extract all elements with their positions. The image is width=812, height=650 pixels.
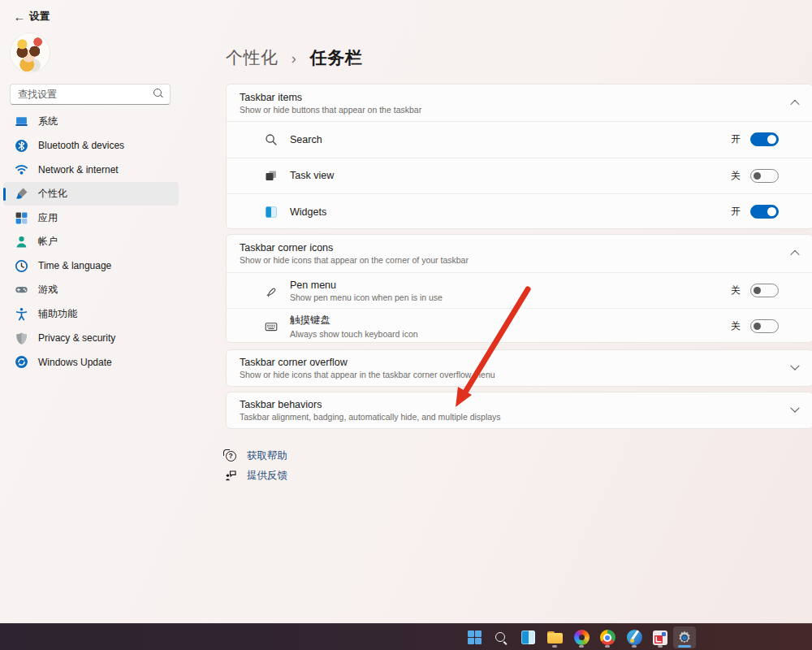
sidebar-item-label: 辅助功能 xyxy=(38,307,77,321)
sidebar-item-label: Network & internet xyxy=(38,164,119,176)
sidebar-item-bluetooth-devices[interactable]: Bluetooth & devices xyxy=(3,134,179,158)
taskbar-items-header[interactable]: Taskbar items Show or hide buttons that … xyxy=(227,84,812,121)
help-links: 获取帮助 提供反馈 xyxy=(224,446,287,485)
apps-icon xyxy=(15,211,28,225)
feedback-icon xyxy=(224,469,237,482)
search-toggle[interactable] xyxy=(750,132,779,146)
sidebar-item-time-language[interactable]: Time & language xyxy=(3,254,179,279)
setting-label: 触摸键盘 xyxy=(290,314,731,327)
sidebar-item-accessibility[interactable]: 辅助功能 xyxy=(3,302,179,327)
settings-search-box[interactable] xyxy=(10,84,171,105)
paint-app-icon xyxy=(627,630,642,645)
sidebar-item-system[interactable]: 系统 xyxy=(3,110,179,134)
toggle-state-label: 关 xyxy=(731,319,741,333)
settings-search-input[interactable] xyxy=(11,89,151,100)
pen-icon xyxy=(264,284,279,298)
bluetooth-icon xyxy=(15,139,28,153)
start-icon xyxy=(468,630,482,644)
user-avatar xyxy=(11,33,50,72)
search-icon xyxy=(264,132,279,147)
windows-taskbar xyxy=(0,623,812,650)
toggle-state-label: 开 xyxy=(731,205,741,219)
give-feedback-link[interactable]: 提供反馈 xyxy=(224,466,287,485)
sidebar-item-personalization[interactable]: 个性化 xyxy=(3,182,179,206)
setting-label: Task view xyxy=(290,170,731,181)
widgets-icon xyxy=(264,205,279,219)
sidebar-item-label: Bluetooth & devices xyxy=(38,140,124,151)
system-icon xyxy=(15,115,28,128)
sidebar-item-windows-update[interactable]: Windows Update xyxy=(3,350,179,375)
sidebar-item-label: 应用 xyxy=(38,211,58,225)
chevron-up-icon[interactable] xyxy=(790,99,799,108)
red-tile-app-button[interactable] xyxy=(649,626,672,648)
section-subtitle: Show or hide icons that appear in the ta… xyxy=(240,370,792,379)
setting-row-widgets: Widgets 开 xyxy=(227,193,812,229)
active-indicator xyxy=(678,645,691,648)
taskbar-behaviors-header[interactable]: Taskbar behaviors Taskbar alignment, bad… xyxy=(227,392,812,428)
sidebar-item-apps[interactable]: 应用 xyxy=(3,206,179,230)
touch-keyboard-toggle[interactable] xyxy=(750,319,779,333)
pen-menu-toggle[interactable] xyxy=(750,284,779,297)
setting-sublabel: Always show touch keyboard icon xyxy=(290,329,731,339)
widgets-button[interactable] xyxy=(516,626,539,648)
accounts-icon xyxy=(15,235,28,249)
paint-app-button[interactable] xyxy=(623,626,646,648)
settings-sidebar: 系统 Bluetooth & devices Network & interne… xyxy=(3,110,179,375)
setting-row-task-view: Task view 关 xyxy=(227,158,812,194)
privacy-icon xyxy=(15,332,28,345)
taskbar-search-button[interactable] xyxy=(490,626,512,648)
section-title: Taskbar corner icons xyxy=(240,242,792,254)
section-taskbar-corner-overflow: Taskbar corner overflow Show or hide ico… xyxy=(226,349,812,387)
color-wheel-app-button[interactable] xyxy=(570,626,593,648)
task-view-toggle[interactable] xyxy=(750,169,779,183)
time-language-icon xyxy=(15,259,28,273)
link-label: 提供反馈 xyxy=(247,469,287,483)
running-indicator xyxy=(579,645,584,648)
gaming-icon xyxy=(15,283,28,297)
toggle-state-label: 关 xyxy=(731,169,741,183)
toggle-state-label: 开 xyxy=(731,132,741,146)
chrome-button[interactable] xyxy=(596,626,619,648)
breadcrumb-separator: › xyxy=(292,50,297,67)
sidebar-item-label: 帐户 xyxy=(38,235,58,249)
sidebar-item-label: 个性化 xyxy=(38,187,67,201)
breadcrumb-current: 任务栏 xyxy=(310,48,363,67)
section-subtitle: Taskbar alignment, badging, automaticall… xyxy=(240,412,792,422)
search-icon xyxy=(151,87,166,102)
settings-gear-icon xyxy=(676,630,693,646)
sidebar-item-gaming[interactable]: 游戏 xyxy=(3,278,179,302)
toggle-state-label: 关 xyxy=(731,284,741,297)
back-button[interactable]: ← xyxy=(10,6,29,26)
breadcrumb-parent[interactable]: 个性化 xyxy=(226,48,279,67)
touch-keyboard-icon xyxy=(264,319,279,334)
setting-label: Pen menu xyxy=(290,280,731,291)
red-tile-app-icon xyxy=(653,630,667,645)
windows-update-icon xyxy=(15,355,28,369)
settings-button[interactable] xyxy=(673,626,696,648)
sidebar-item-network-internet[interactable]: Network & internet xyxy=(3,158,179,182)
section-taskbar-items: Taskbar items Show or hide buttons that … xyxy=(226,84,812,229)
setting-row-pen-menu: Pen menu Show pen menu icon when pen is … xyxy=(227,272,812,308)
get-help-link[interactable]: 获取帮助 xyxy=(224,446,287,466)
sidebar-item-accounts[interactable]: 帐户 xyxy=(3,230,179,254)
running-indicator xyxy=(658,645,663,648)
chevron-down-icon[interactable] xyxy=(790,404,799,413)
widgets-toggle[interactable] xyxy=(750,205,779,219)
sidebar-item-privacy-security[interactable]: Privacy & security xyxy=(3,326,179,350)
setting-label: Search xyxy=(290,134,731,145)
chevron-down-icon[interactable] xyxy=(790,362,799,370)
running-indicator xyxy=(552,645,557,648)
running-indicator xyxy=(632,645,637,648)
setting-sublabel: Show pen menu icon when pen is in use xyxy=(290,292,731,302)
file-explorer-button[interactable] xyxy=(543,626,566,648)
sidebar-item-label: Windows Update xyxy=(38,357,112,368)
taskbar-corner-icons-header[interactable]: Taskbar corner icons Show or hide icons … xyxy=(227,235,812,272)
section-taskbar-corner-icons: Taskbar corner icons Show or hide icons … xyxy=(226,234,812,343)
page-title-breadcrumb: 个性化 › 任务栏 xyxy=(226,46,362,69)
start-button[interactable] xyxy=(463,626,486,648)
taskbar-corner-overflow-header[interactable]: Taskbar corner overflow Show or hide ico… xyxy=(227,350,812,386)
sidebar-item-label: 系统 xyxy=(38,115,58,128)
setting-label: Widgets xyxy=(290,206,731,218)
section-title: Taskbar corner overflow xyxy=(240,357,792,368)
chevron-up-icon[interactable] xyxy=(790,250,799,259)
